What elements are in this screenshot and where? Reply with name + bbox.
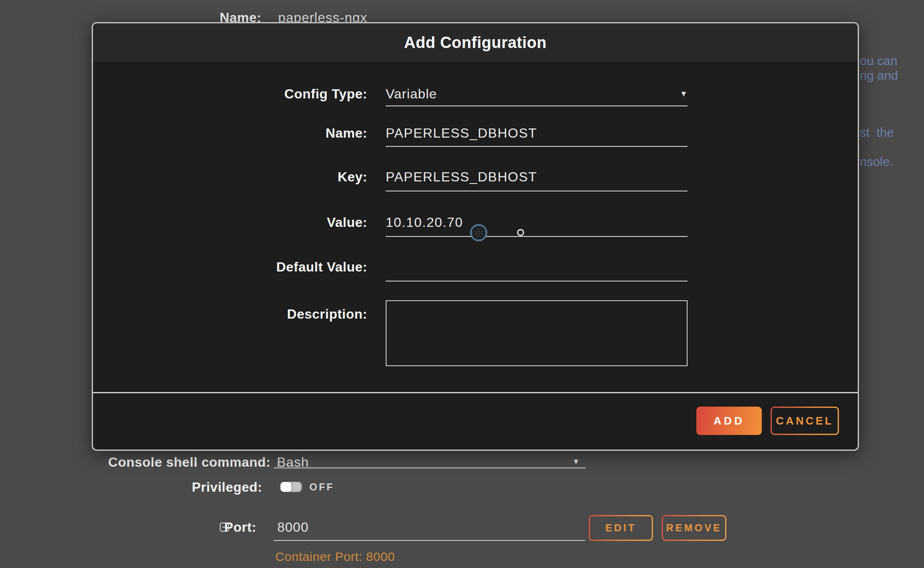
variable-key-underline [386,191,688,191]
port-edit-button[interactable]: EDIT [589,515,653,541]
description-label: Description: [93,306,367,322]
port-label: Port: [125,519,256,535]
cancel-button[interactable]: CANCEL [771,407,839,435]
privileged-label: Privileged: [83,479,262,495]
privileged-state: OFF [309,481,334,493]
bg-helptext-fragment: nsole. [860,154,893,169]
port-value: 8000 [277,519,309,535]
bg-helptext-fragment: ng and [860,68,898,83]
console-shell-label: Console shell command: [83,454,271,470]
variable-key-label: Key: [93,168,367,185]
default-value-input[interactable] [386,259,688,275]
config-type-select[interactable]: Variable ▼ [386,85,688,102]
variable-key-input[interactable] [386,168,688,185]
variable-name-input[interactable] [386,125,688,141]
privileged-toggle[interactable] [280,482,302,492]
description-textarea[interactable] [386,300,688,366]
port-edit-label: EDIT [590,516,652,540]
console-shell-underline [274,467,586,468]
bg-helptext-fragment: st the [860,125,894,140]
default-value-label: Default Value: [93,259,367,275]
dialog-header: Add Configuration [93,23,858,62]
add-button[interactable]: ADD [696,407,762,435]
container-port-hint: Container Port: 8000 [275,550,395,564]
config-type-value: Variable [386,85,437,102]
port-remove-label: REMOVE [663,516,725,540]
dialog-title: Add Configuration [93,23,858,62]
cancel-label: CANCEL [772,408,838,434]
add-configuration-dialog: Add Configuration Config Type: Variable … [92,22,859,451]
variable-value-input[interactable] [386,214,688,231]
variable-value-underline [386,236,688,237]
toggle-knob [281,482,291,492]
chevron-down-icon: ▼ [572,457,580,466]
config-type-label: Config Type: [93,85,367,102]
bg-helptext-fragment: ou can [860,53,897,68]
variable-name-underline [386,146,688,147]
default-value-underline [386,281,688,281]
variable-value-label: Value: [93,214,367,231]
config-type-underline [386,106,688,106]
footer-divider [93,392,858,393]
port-remove-button[interactable]: REMOVE [662,515,726,541]
variable-name-label: Name: [93,125,367,141]
chevron-down-icon: ▼ [680,89,688,98]
port-underline [274,540,585,541]
